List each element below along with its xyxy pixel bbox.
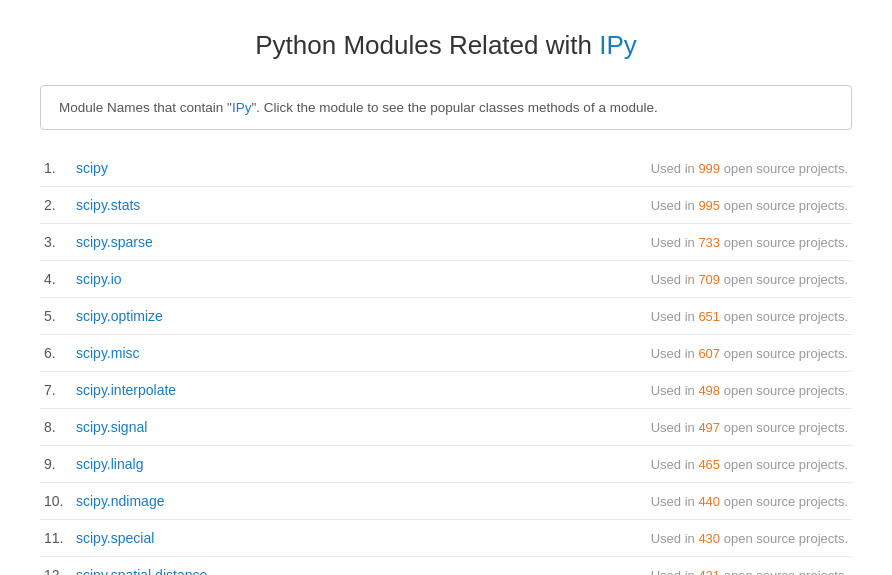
- module-number: 6.: [44, 345, 72, 361]
- module-link[interactable]: scipy.io: [76, 271, 122, 287]
- module-number: 5.: [44, 308, 72, 324]
- module-usage: Used in 421 open source projects.: [651, 568, 848, 576]
- module-number: 11.: [44, 530, 72, 546]
- module-row: 1.scipyUsed in 999 open source projects.: [40, 150, 852, 187]
- module-number: 3.: [44, 234, 72, 250]
- module-number: 9.: [44, 456, 72, 472]
- module-usage: Used in 497 open source projects.: [651, 420, 848, 435]
- module-link[interactable]: scipy.special: [76, 530, 154, 546]
- module-number: 4.: [44, 271, 72, 287]
- module-row: 8.scipy.signalUsed in 497 open source pr…: [40, 409, 852, 446]
- module-number: 8.: [44, 419, 72, 435]
- module-row: 2.scipy.statsUsed in 995 open source pro…: [40, 187, 852, 224]
- module-usage: Used in 607 open source projects.: [651, 346, 848, 361]
- module-row: 4.scipy.ioUsed in 709 open source projec…: [40, 261, 852, 298]
- module-link[interactable]: scipy.interpolate: [76, 382, 176, 398]
- module-usage: Used in 440 open source projects.: [651, 494, 848, 509]
- module-link[interactable]: scipy.signal: [76, 419, 147, 435]
- module-row: 3.scipy.sparseUsed in 733 open source pr…: [40, 224, 852, 261]
- module-row: 9.scipy.linalgUsed in 465 open source pr…: [40, 446, 852, 483]
- module-row: 10.scipy.ndimageUsed in 440 open source …: [40, 483, 852, 520]
- module-usage: Used in 999 open source projects.: [651, 161, 848, 176]
- info-box: Module Names that contain "IPy". Click t…: [40, 85, 852, 130]
- module-number: 1.: [44, 160, 72, 176]
- module-link[interactable]: scipy: [76, 160, 108, 176]
- module-link[interactable]: scipy.optimize: [76, 308, 163, 324]
- module-usage: Used in 430 open source projects.: [651, 531, 848, 546]
- module-number: 10.: [44, 493, 72, 509]
- module-link[interactable]: scipy.linalg: [76, 456, 143, 472]
- module-row: 7.scipy.interpolateUsed in 498 open sour…: [40, 372, 852, 409]
- module-row: 5.scipy.optimizeUsed in 651 open source …: [40, 298, 852, 335]
- module-row: 12.scipy.spatial.distanceUsed in 421 ope…: [40, 557, 852, 575]
- module-link[interactable]: scipy.spatial.distance: [76, 567, 207, 575]
- module-number: 7.: [44, 382, 72, 398]
- module-row: 6.scipy.miscUsed in 607 open source proj…: [40, 335, 852, 372]
- module-usage: Used in 498 open source projects.: [651, 383, 848, 398]
- module-number: 12.: [44, 567, 72, 575]
- page-title: Python Modules Related with IPy: [40, 30, 852, 61]
- module-number: 2.: [44, 197, 72, 213]
- module-list: 1.scipyUsed in 999 open source projects.…: [40, 150, 852, 575]
- module-link[interactable]: scipy.sparse: [76, 234, 153, 250]
- module-link[interactable]: scipy.stats: [76, 197, 140, 213]
- module-usage: Used in 651 open source projects.: [651, 309, 848, 324]
- module-link[interactable]: scipy.ndimage: [76, 493, 164, 509]
- module-row: 11.scipy.specialUsed in 430 open source …: [40, 520, 852, 557]
- module-usage: Used in 733 open source projects.: [651, 235, 848, 250]
- module-link[interactable]: scipy.misc: [76, 345, 140, 361]
- module-usage: Used in 995 open source projects.: [651, 198, 848, 213]
- module-usage: Used in 709 open source projects.: [651, 272, 848, 287]
- module-usage: Used in 465 open source projects.: [651, 457, 848, 472]
